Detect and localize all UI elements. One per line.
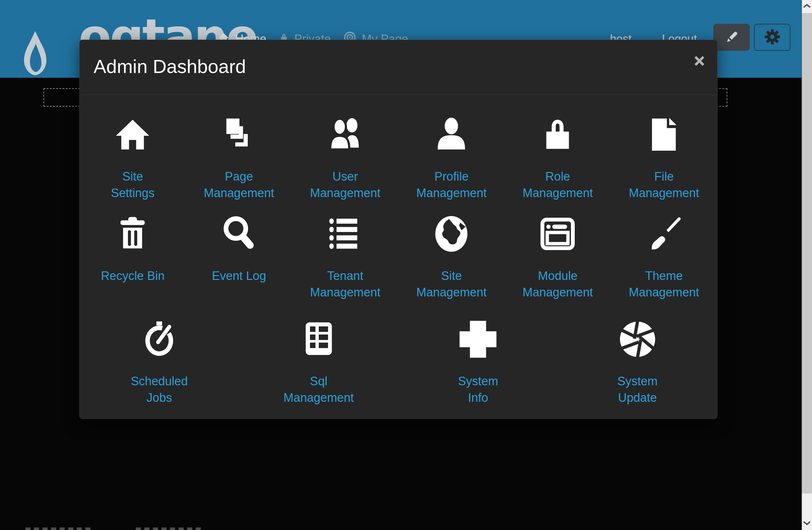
medical-cross-icon xyxy=(398,319,558,358)
tile-label: RoleManagement xyxy=(505,168,611,201)
tile-label: SqlManagement xyxy=(239,373,399,406)
admin-dashboard-modal: Admin Dashboard SiteSettingsPageManageme… xyxy=(79,40,717,419)
close-button[interactable] xyxy=(691,53,708,70)
tile-system-info[interactable]: SystemInfo xyxy=(398,319,558,406)
chevron-down-icon xyxy=(803,521,811,527)
tile-theme-management[interactable]: ThemeManagement xyxy=(611,214,717,301)
tile-role-management[interactable]: RoleManagement xyxy=(505,115,611,201)
tile-label: SiteManagement xyxy=(398,268,505,301)
chevron-up-icon xyxy=(803,3,811,10)
tile-site-management[interactable]: SiteManagement xyxy=(398,214,505,301)
vertical-scrollbar[interactable] xyxy=(801,0,812,530)
tile-recycle-bin[interactable]: Recycle Bin xyxy=(79,214,186,301)
spreadsheet-icon xyxy=(239,319,399,358)
tile-scheduled-jobs[interactable]: ScheduledJobs xyxy=(79,319,239,406)
tile-label-line: Info xyxy=(398,389,558,406)
gear-icon xyxy=(764,29,781,46)
trash-icon xyxy=(79,214,186,253)
aperture-icon xyxy=(558,319,717,358)
clipped-content-fragment xyxy=(136,528,204,530)
tile-label: UserManagement xyxy=(292,168,398,201)
tile-label-line: Tenant xyxy=(292,268,398,284)
file-icon xyxy=(611,115,717,154)
people-icon xyxy=(292,115,398,154)
tile-tenant-management[interactable]: TenantManagement xyxy=(292,214,398,301)
tile-sql-management[interactable]: SqlManagement xyxy=(239,319,399,406)
clipped-content-fragment xyxy=(25,528,92,530)
tile-label: Recycle Bin xyxy=(79,268,186,284)
person-icon xyxy=(398,115,505,154)
tile-label-line: Management xyxy=(398,284,505,301)
tile-label: SystemInfo xyxy=(398,373,558,406)
tile-label: Event Log xyxy=(186,268,292,284)
pencil-icon xyxy=(724,29,739,46)
tile-label-line: Update xyxy=(558,389,717,406)
scrollbar-thumb[interactable] xyxy=(802,13,812,493)
tile-label: SystemUpdate xyxy=(558,373,717,406)
tile-profile-management[interactable]: ProfileManagement xyxy=(398,115,505,201)
tile-label-line: Settings xyxy=(79,185,186,201)
close-icon xyxy=(694,56,705,68)
tile-label-line: Management xyxy=(239,389,399,406)
tile-page-management[interactable]: PageManagement xyxy=(186,115,292,201)
screen: oqtane Home Private My Page xyxy=(0,0,812,530)
tile-label-line: Module xyxy=(505,268,611,284)
tile-label: ScheduledJobs xyxy=(79,373,239,406)
tile-label-line: Recycle Bin xyxy=(79,268,186,284)
tile-label-line: Role xyxy=(505,168,611,185)
tile-label: TenantManagement xyxy=(292,268,398,301)
modal-header: Admin Dashboard xyxy=(79,40,717,95)
globe-icon xyxy=(398,214,505,253)
tile-file-management[interactable]: FileManagement xyxy=(611,115,717,201)
tile-label-line: Jobs xyxy=(79,389,239,406)
tile-module-management[interactable]: ModuleManagement xyxy=(505,214,611,301)
tile-label-line: Management xyxy=(611,284,717,301)
tile-row-3: ScheduledJobsSqlManagementSystemInfoSyst… xyxy=(79,319,717,406)
tile-label-line: Sql xyxy=(239,373,399,389)
lock-locked-icon xyxy=(505,115,611,154)
tile-row-1: SiteSettingsPageManagementUserManagement… xyxy=(79,115,717,201)
edit-page-button[interactable] xyxy=(713,24,750,51)
tile-event-log[interactable]: Event Log xyxy=(186,214,292,301)
tile-label-line: Management xyxy=(398,185,505,201)
modal-title: Admin Dashboard xyxy=(93,57,246,77)
tile-label-line: System xyxy=(398,373,558,389)
tile-label-line: Management xyxy=(505,284,611,301)
scroll-up-button[interactable] xyxy=(802,0,812,13)
tile-label: SiteSettings xyxy=(79,168,186,201)
tile-row-2: Recycle BinEvent LogTenantManagementSite… xyxy=(79,214,717,301)
tile-site-settings[interactable]: SiteSettings xyxy=(79,115,186,201)
tile-user-management[interactable]: UserManagement xyxy=(292,115,398,201)
tile-label-line: Page xyxy=(186,168,292,185)
tile-label-line: Site xyxy=(398,268,505,284)
tile-label-line: Event Log xyxy=(186,268,292,284)
settings-button[interactable] xyxy=(754,24,791,51)
tile-label: ModuleManagement xyxy=(505,268,611,301)
tile-label-line: Management xyxy=(292,185,398,201)
tile-label-line: Management xyxy=(505,185,611,201)
browser-icon xyxy=(505,214,611,253)
tile-system-update[interactable]: SystemUpdate xyxy=(558,319,717,406)
tile-label: PageManagement xyxy=(186,168,292,201)
layers-icon xyxy=(186,115,292,154)
tile-label: ThemeManagement xyxy=(611,268,717,301)
tile-label-line: System xyxy=(558,373,717,389)
list-icon xyxy=(292,214,398,253)
tile-label-line: Site xyxy=(79,168,186,185)
timer-icon xyxy=(79,319,239,358)
scroll-down-button[interactable] xyxy=(802,517,812,530)
tile-label-line: Profile xyxy=(398,168,505,185)
dashboard-grid: SiteSettingsPageManagementUserManagement… xyxy=(79,95,717,406)
tile-label-line: File xyxy=(611,168,717,185)
home-icon xyxy=(79,115,186,154)
tile-label-line: Scheduled xyxy=(79,373,239,389)
brush-icon xyxy=(611,214,717,253)
tile-label-line: Management xyxy=(611,185,717,201)
tile-label-line: User xyxy=(292,168,398,185)
droplet-icon xyxy=(24,30,47,77)
tile-label-line: Management xyxy=(292,284,398,301)
magnifying-glass-icon xyxy=(186,214,292,253)
tile-label-line: Theme xyxy=(611,268,717,284)
tile-label: FileManagement xyxy=(611,168,717,201)
tile-label-line: Management xyxy=(186,185,292,201)
